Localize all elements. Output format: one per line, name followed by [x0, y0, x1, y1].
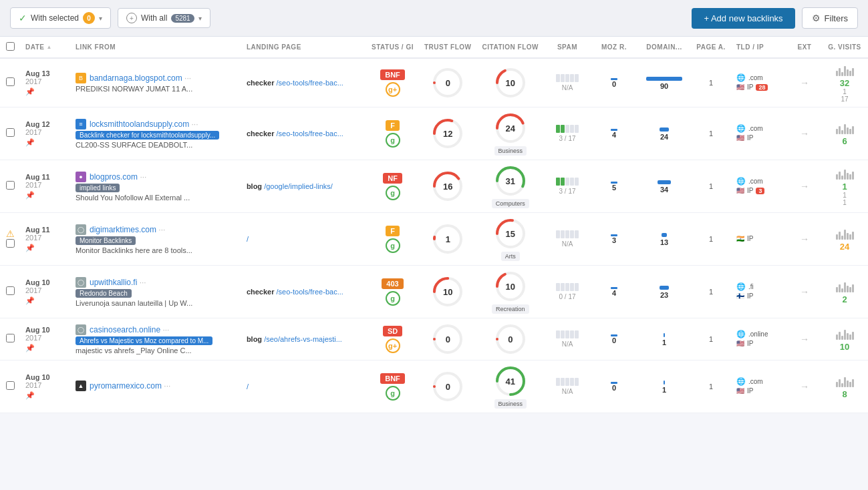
- domain-name[interactable]: locksmithtoolandsupply.com ···: [90, 119, 198, 129]
- google-index-icon: g: [386, 238, 400, 253]
- anchor-text: majestic vs ahrefs _Play Online C...: [76, 346, 209, 354]
- citation-flow-gauge: 15: [494, 217, 527, 250]
- row-checkbox[interactable]: [6, 286, 15, 295]
- external-link-icon[interactable]: →: [800, 77, 809, 88]
- row-checkbox[interactable]: [6, 128, 15, 137]
- trust-flow-gauge: 0: [431, 322, 464, 356]
- row-checkbox[interactable]: [6, 77, 15, 86]
- landing-page[interactable]: /: [247, 235, 249, 243]
- row-checkbox[interactable]: [6, 334, 15, 342]
- col-link-from: LINK FROM: [70, 37, 241, 58]
- moz-value: 0: [596, 80, 632, 88]
- link-pin-icon: 📌: [25, 244, 65, 252]
- trust-flow-value: 12: [443, 129, 452, 139]
- google-index-icon: g+: [386, 82, 400, 97]
- add-backlinks-button[interactable]: + Add new backlinks: [692, 8, 794, 29]
- domain-authority-value: 13: [643, 238, 686, 246]
- spam-cell: N/A: [544, 360, 591, 413]
- filters-label: Filters: [825, 13, 848, 23]
- g-visits-cell: 10: [821, 318, 868, 360]
- external-link-icon[interactable]: →: [800, 181, 809, 192]
- status-badge: BNF: [380, 373, 405, 384]
- domain-authority-value: 23: [643, 291, 686, 299]
- ip-label: IP: [747, 187, 753, 194]
- flag-icon: 🇺🇸: [736, 340, 744, 347]
- trust-flow-cell: 10: [419, 266, 477, 318]
- tld-value: .com: [748, 378, 763, 385]
- domain-name[interactable]: blogpros.com ···: [90, 172, 146, 182]
- with-all-button[interactable]: + With all 5281 ▾: [118, 8, 210, 28]
- external-link-icon[interactable]: →: [800, 334, 809, 344]
- google-index-icon: g: [386, 186, 400, 200]
- row-checkbox[interactable]: [6, 181, 15, 190]
- domain-name[interactable]: bandarnaga.blogspot.com ···: [90, 73, 191, 83]
- row-checkbox-cell[interactable]: [0, 266, 20, 318]
- landing-page-cell: blog /google/implied-links/: [241, 160, 366, 213]
- moz-cell: 0: [591, 318, 637, 360]
- row-checkbox-cell[interactable]: [0, 318, 20, 360]
- landing-page[interactable]: /seo-tools/free-bac...: [277, 79, 343, 87]
- date-year: 2017: [25, 128, 65, 136]
- anchor-text: Liverunoja saunan lauteilla | Up W...: [76, 299, 209, 307]
- col-date[interactable]: DATE ▲: [20, 37, 70, 58]
- g-visits-cell: 6: [821, 107, 868, 160]
- select-all-checkbox[interactable]: [6, 42, 15, 51]
- anchor-text: Should You Nofollow All External ...: [76, 194, 209, 202]
- trust-flow-gauge: 12: [431, 117, 464, 150]
- domain-authority-value: 34: [643, 186, 686, 194]
- row-checkbox-cell[interactable]: [0, 160, 20, 213]
- domain-icon: ●: [76, 172, 86, 182]
- row-checkbox[interactable]: [6, 239, 15, 248]
- citation-flow-cell: 31 Computers: [477, 160, 544, 213]
- landing-page[interactable]: /seo/ahrefs-vs-majesti...: [264, 335, 342, 343]
- tag-label: Redondo Beach: [76, 289, 132, 298]
- domain-name[interactable]: casinosearch.online ···: [90, 325, 169, 334]
- spam-value: N/A: [549, 388, 585, 395]
- row-checkbox-cell[interactable]: [0, 107, 20, 160]
- row-checkbox-cell[interactable]: [0, 58, 20, 107]
- tag-label: Ahrefs vs Majestic vs Moz compared to M.…: [76, 336, 212, 345]
- domain-name[interactable]: upwithkallio.fi ···: [90, 278, 146, 287]
- date-value: Aug 11: [25, 226, 65, 234]
- spam-bars: [549, 283, 585, 291]
- anchor-text: Monitor Backlinks here are 8 tools...: [76, 246, 209, 254]
- backlinks-table: DATE ▲ LINK FROM LANDING PAGE STATUS / G…: [0, 37, 868, 413]
- landing-page[interactable]: /seo-tools/free-bac...: [277, 288, 343, 296]
- landing-page[interactable]: /google/implied-links/: [264, 182, 333, 190]
- landing-page[interactable]: /seo-tools/free-bac...: [277, 130, 343, 138]
- status-cell: F g: [366, 107, 419, 160]
- external-link-icon[interactable]: →: [800, 234, 809, 244]
- filters-button[interactable]: ⚙ Filters: [802, 7, 858, 29]
- col-landing-page: LANDING PAGE: [241, 37, 366, 58]
- row-checkbox[interactable]: [6, 381, 15, 390]
- google-index-icon: g: [386, 386, 400, 401]
- landing-page[interactable]: /: [247, 383, 249, 391]
- domain-authority-value: 1: [643, 386, 686, 394]
- external-link-icon[interactable]: →: [800, 286, 809, 297]
- row-checkbox-cell[interactable]: ⚠: [0, 213, 20, 266]
- domain-name[interactable]: digimarktimes.com ···: [90, 225, 165, 234]
- domain-name[interactable]: pyromarmexico.com ···: [90, 381, 170, 391]
- tld-value: .com: [748, 125, 763, 132]
- select-all-header[interactable]: [0, 37, 20, 58]
- date-cell: Aug 13 2017 📌: [20, 58, 70, 107]
- spam-bars: [549, 74, 585, 82]
- with-selected-button[interactable]: ✓ With selected 0 ▾: [10, 7, 111, 29]
- trust-flow-value: 16: [443, 182, 452, 192]
- date-cell: Aug 11 2017 📌: [20, 213, 70, 266]
- row-checkbox-cell[interactable]: [0, 360, 20, 413]
- domain-authority-cell: 24: [637, 107, 691, 160]
- g-visits-cell: 8: [821, 360, 868, 413]
- ext-cell: →: [788, 360, 821, 413]
- date-year: 2017: [25, 286, 65, 294]
- google-index-icon: g: [386, 291, 400, 306]
- moz-value: 0: [596, 336, 632, 344]
- citation-flow-gauge: 0: [494, 322, 527, 356]
- status-cell: SD g+: [366, 318, 419, 360]
- backlinks-table-wrap: DATE ▲ LINK FROM LANDING PAGE STATUS / G…: [0, 37, 868, 413]
- g-visits-cell: 2: [821, 266, 868, 318]
- external-link-icon[interactable]: →: [800, 381, 809, 392]
- link-from-cell: ◯ digimarktimes.com ··· Monitor Backlink…: [70, 213, 241, 266]
- external-link-icon[interactable]: →: [800, 128, 809, 139]
- date-year: 2017: [25, 334, 65, 342]
